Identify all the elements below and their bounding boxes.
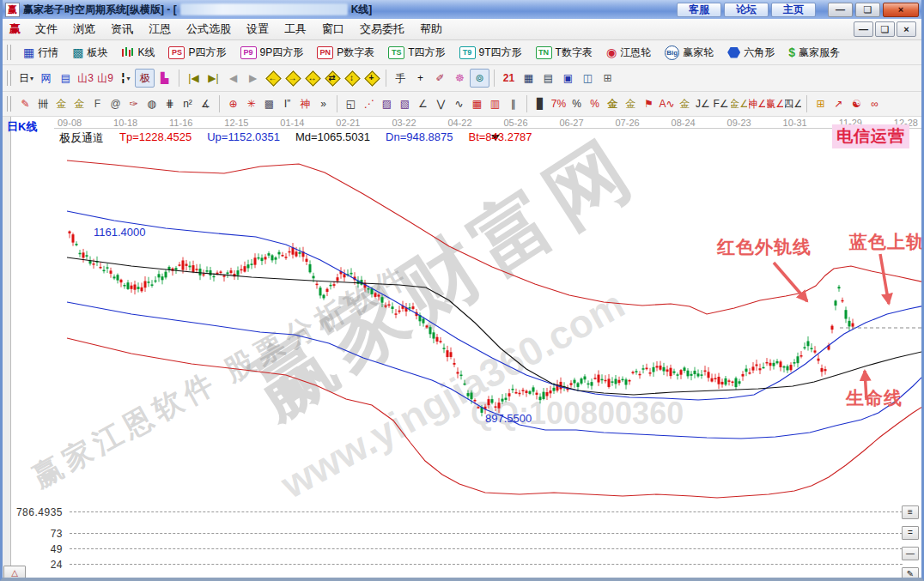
pane-expand-3-button[interactable]: ≡ — [902, 505, 919, 519]
trend-angle-button[interactable]: ✐ — [430, 69, 450, 88]
mini-chart-button[interactable]: ↗ — [830, 95, 848, 112]
flower-tool-button[interactable]: ☸ — [450, 69, 470, 88]
prev-bar-button[interactable]: ◀ — [223, 69, 243, 88]
compass-circle-button[interactable]: ◍ — [143, 95, 161, 112]
explorer-button[interactable]: ⊚ — [470, 69, 489, 88]
red-grid-b-button[interactable]: ▥ — [486, 95, 504, 112]
toolbar-grip[interactable] — [7, 70, 11, 86]
collapse-pane-button[interactable]: △ — [3, 566, 26, 578]
gann-angle-shen-button[interactable]: 神∠ — [748, 95, 766, 112]
gann-wheel-button[interactable]: ◉ 江恩轮 — [599, 43, 658, 63]
gann-angle-f-button[interactable]: F∠ — [712, 95, 730, 112]
menu-file[interactable]: 文件 — [27, 19, 65, 39]
gann-grid-button[interactable]: 卌 — [34, 95, 52, 112]
menu-settings[interactable]: 设置 — [239, 19, 277, 39]
toolbar-grip[interactable] — [7, 96, 11, 112]
fan-box-b-button[interactable]: ▧ — [396, 95, 414, 112]
gold-lines-button[interactable]: 金 — [622, 95, 640, 112]
forum-button[interactable]: 论坛 — [724, 3, 769, 17]
diamond-vertical-button[interactable]: ↕ — [342, 69, 362, 88]
gann-angle-gold-button[interactable]: 金∠ — [730, 95, 748, 112]
pane-expand-1-button[interactable]: — — [902, 547, 919, 560]
infinity-button[interactable]: ∞ — [866, 95, 884, 112]
diamond-left-button[interactable]: ← — [263, 69, 283, 88]
bar-quote-button[interactable]: Ⅰ” — [278, 95, 296, 112]
nine-bars-button[interactable]: 山9 — [95, 69, 115, 88]
mdi-close-button[interactable]: × — [897, 21, 916, 37]
draw-pencil-button[interactable]: ✎ — [16, 95, 34, 112]
strike-percent-button[interactable]: 7% — [550, 95, 568, 112]
gann-angle-ying-button[interactable]: 赢∠ — [766, 95, 784, 112]
next-bar-button[interactable]: ▶ — [243, 69, 263, 88]
menu-tools[interactable]: 工具 — [277, 19, 314, 39]
red-grid-a-button[interactable]: ▦ — [468, 95, 486, 112]
pencil-2-button[interactable]: ✑ — [125, 95, 143, 112]
angle-tool-button[interactable]: ∠ — [414, 95, 432, 112]
menu-window[interactable]: 窗口 — [314, 19, 352, 39]
gold-circle-button[interactable]: 金 — [604, 95, 622, 112]
sectors-button[interactable]: ▩ 板块 — [65, 43, 114, 63]
menu-help[interactable]: 帮助 — [412, 19, 450, 39]
remote-computer-button[interactable]: ⊞ — [598, 69, 617, 88]
circle-cross-button[interactable]: ⊕ — [224, 95, 242, 112]
kline-button[interactable]: K线 — [114, 43, 161, 63]
menu-browse[interactable]: 浏览 — [65, 19, 103, 39]
fan-box-a-button[interactable]: ▨ — [378, 95, 396, 112]
more-tools-button[interactable]: » — [314, 95, 332, 112]
t9-square-button[interactable]: T9 9T四方形 — [453, 43, 529, 63]
net-computer-button[interactable]: ◫ — [578, 69, 598, 88]
diamond-right-button[interactable]: → — [283, 69, 302, 88]
pan-hand-button[interactable]: 手 — [391, 69, 410, 88]
flag-tool-button[interactable]: ⚑ — [640, 95, 658, 112]
menu-formula-stock-pick[interactable]: 公式选股 — [179, 19, 239, 39]
t-square-button[interactable]: TS T四方形 — [381, 43, 452, 63]
winner-wheel-button[interactable]: Big 赢家轮 — [658, 43, 720, 63]
first-bar-button[interactable]: |◀ — [184, 69, 204, 88]
gann-angle-si-button[interactable]: 四∠ — [784, 95, 802, 112]
fan-rays-button[interactable]: ⋰ — [360, 95, 378, 112]
calendar-21-button[interactable]: 21 — [499, 69, 519, 88]
percent-line-button[interactable]: % — [586, 95, 604, 112]
dense-grid-button[interactable]: ⋕ — [161, 95, 179, 112]
gold-grid-a-button[interactable]: 金 — [52, 95, 70, 112]
quotes-button[interactable]: ▦ 行情 — [16, 43, 65, 63]
crosshair-button[interactable]: + — [410, 69, 430, 88]
mdi-minimize-button[interactable]: — — [854, 21, 873, 37]
t-number-table-button[interactable]: TN T数字表 — [529, 43, 599, 63]
p9-square-button[interactable]: P9 9P四方形 — [234, 43, 311, 63]
yinyang-button[interactable]: ☯ — [848, 95, 866, 112]
gold-lines-2-button[interactable]: 金 — [676, 95, 694, 112]
spiral-button[interactable]: @ — [106, 95, 125, 112]
info-panel-button[interactable]: ▤ — [56, 69, 76, 88]
three-bars-button[interactable]: 山3 — [76, 69, 95, 88]
level-bars-button[interactable]: ▊ — [532, 95, 550, 112]
web-box-button[interactable]: ▩ — [260, 95, 278, 112]
gold-grid-b-button[interactable]: 金 — [70, 95, 88, 112]
chart-area[interactable]: 赢家财富网 赢家江恩软件 股票分析软件 www.yingjia360.com Q… — [3, 117, 921, 578]
menu-gann[interactable]: 江恩 — [141, 19, 179, 39]
p-square-button[interactable]: PS P四方形 — [161, 43, 233, 63]
percent-button[interactable]: % — [568, 95, 586, 112]
save-button[interactable]: ▣ — [558, 69, 578, 88]
period-day-button[interactable]: 日 — [16, 69, 36, 88]
p-number-table-button[interactable]: PN P数字表 — [310, 43, 381, 63]
diamond-cross-button[interactable]: + — [362, 69, 381, 88]
candlestick-chart-canvas[interactable] — [3, 117, 921, 578]
calculator-button[interactable]: ▦ — [519, 69, 538, 88]
yellow-grid-button[interactable]: ⊞ — [812, 95, 830, 112]
hexagon-button[interactable]: 六角形 — [720, 43, 781, 63]
diamond-expand-button[interactable]: ↔ — [302, 69, 322, 88]
mirror-angle-button[interactable]: ∡ — [197, 95, 215, 112]
corner-box-button[interactable]: ◱ — [342, 95, 360, 112]
wave-a-button[interactable]: A∿ — [658, 95, 676, 112]
toolbar-grip[interactable] — [7, 45, 11, 60]
gann-angle-j-button[interactable]: J∠ — [694, 95, 712, 112]
n-square-button[interactable]: n² — [179, 95, 197, 112]
winner-service-button[interactable]: $ 赢家服务 — [781, 43, 847, 63]
close-button[interactable]: × — [883, 3, 919, 17]
jifan-channel-button[interactable]: 极 — [135, 69, 155, 88]
zigzag-tool-button[interactable]: ∿ — [450, 95, 468, 112]
notes-button[interactable]: ▤ — [538, 69, 558, 88]
check-tool-button[interactable]: ⋁ — [432, 95, 450, 112]
chart-layout-button[interactable]: 网 — [36, 69, 56, 88]
